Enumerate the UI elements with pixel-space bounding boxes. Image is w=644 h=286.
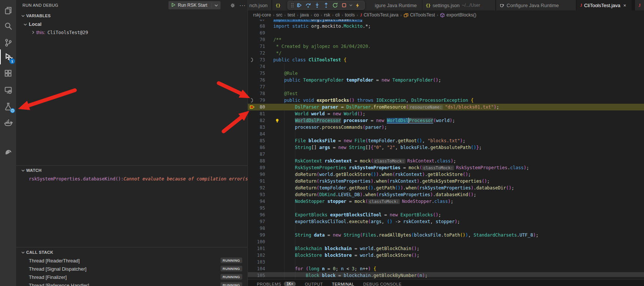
- breadcrumb-item-tools[interactable]: tools: [345, 12, 355, 18]
- breakpoint-margin[interactable]: [248, 43, 256, 50]
- breadcrumb-item-test[interactable]: test: [288, 12, 295, 18]
- code-line-98[interactable]: 98: [248, 225, 644, 232]
- breakpoint-margin[interactable]: [248, 158, 256, 164]
- variables-section-header[interactable]: VARIABLES: [16, 12, 247, 19]
- code-line-86[interactable]: 86 String[] args = new String[]{"0", "2"…: [248, 144, 644, 151]
- breakpoint-margin[interactable]: [248, 117, 256, 124]
- remote-explorer-icon[interactable]: [0, 82, 16, 97]
- start-debug-icon[interactable]: [171, 3, 176, 8]
- code-line-72[interactable]: 72 */: [248, 50, 644, 57]
- breadcrumb-item-rskj-core[interactable]: rskj-core: [253, 12, 271, 18]
- tab-clitoolstest-java[interactable]: J CliToolsTest.java ×: [577, 0, 632, 10]
- code-line-69[interactable]: 69: [248, 30, 644, 36]
- breadcrumb-item-cli[interactable]: cli: [335, 12, 340, 18]
- code-line-78[interactable]: 78 @Test: [248, 90, 644, 97]
- code-line-83[interactable]: 83 processor.processCommands(parser);: [248, 124, 644, 131]
- breakpoint-margin[interactable]: [248, 83, 256, 90]
- chevron-down-icon[interactable]: [212, 3, 221, 8]
- code-editor[interactable]: 67import static org.junit.Assert.*;68imp…: [248, 19, 644, 279]
- variable-this-row[interactable]: this: CliToolsTest@29: [16, 29, 247, 36]
- stop-icon[interactable]: [340, 1, 349, 9]
- restart-icon[interactable]: [331, 1, 340, 9]
- variables-scope-local[interactable]: Local: [16, 21, 247, 28]
- code-line-82[interactable]: 82 WorldDslProcessor processor = new Wor…: [248, 117, 644, 124]
- breakpoint-margin[interactable]: [248, 23, 256, 30]
- call-stack-thread-row[interactable]: Thread [Finalizer]RUNNING: [16, 273, 247, 281]
- breakpoint-margin[interactable]: [248, 171, 256, 178]
- code-line-94[interactable]: 94 NodeStopper stopper = mock(classToMoc…: [248, 198, 644, 205]
- panel-tab-problems[interactable]: PROBLEMS 1K+: [257, 279, 296, 286]
- breakpoint-margin[interactable]: [248, 205, 256, 212]
- breakpoint-margin[interactable]: [248, 151, 256, 158]
- breakpoint-margin[interactable]: [248, 90, 256, 97]
- call-stack-thread-row[interactable]: Thread [Reference Handler]RUNNING: [16, 282, 247, 286]
- docker-icon[interactable]: [0, 115, 16, 130]
- code-line-77[interactable]: 77: [248, 83, 644, 90]
- watch-section-header[interactable]: WATCH: [16, 167, 247, 174]
- close-icon[interactable]: ×: [623, 3, 626, 8]
- breadcrumb-item-src[interactable]: src: [276, 12, 283, 18]
- run-config-dropdown[interactable]: Run RSK Start: [168, 1, 221, 9]
- code-line-97[interactable]: 97 exportBlocksCliTool.execute(args, () …: [248, 218, 644, 225]
- step-over-icon[interactable]: [304, 1, 313, 9]
- breadcrumb-item-java[interactable]: java: [300, 12, 309, 18]
- hot-code-replace-icon[interactable]: [353, 1, 362, 9]
- breakpoint-margin[interactable]: [248, 137, 256, 144]
- code-line-90[interactable]: 90 doReturn(world.getBlockStore()).when(…: [248, 171, 644, 178]
- breakpoint-margin[interactable]: [248, 212, 256, 218]
- breakpoint-margin[interactable]: [248, 185, 256, 191]
- panel-tab-terminal[interactable]: TERMINAL: [332, 280, 354, 286]
- gradle-icon[interactable]: [0, 144, 16, 159]
- code-line-87[interactable]: 87: [248, 151, 644, 158]
- breakpoint-margin[interactable]: [248, 144, 256, 151]
- code-line-101[interactable]: 101 Blockchain blockchain = world.getBlo…: [248, 245, 644, 252]
- code-line-80[interactable]: 80 DslParser parser = DslParser.fromReso…: [248, 104, 644, 110]
- breakpoint-margin[interactable]: [248, 63, 256, 70]
- breakpoint-margin[interactable]: [248, 131, 256, 137]
- code-line-89[interactable]: 89 RskSystemProperties rskSystemProperti…: [248, 164, 644, 171]
- horizontal-scrollbar[interactable]: [248, 272, 644, 277]
- breakpoint-margin[interactable]: [248, 232, 256, 238]
- code-line-93[interactable]: 93 doReturn(DbKind.LEVEL_DB).when(rskSys…: [248, 191, 644, 198]
- code-line-96[interactable]: 96 ExportBlocks exportBlocksCliTool = ne…: [248, 212, 644, 218]
- code-line-85[interactable]: 85 File blocksFile = new File(tempFolder…: [248, 137, 644, 144]
- code-line-73[interactable]: 73public class CliToolsTest {: [248, 57, 644, 63]
- current-execution-pointer-icon[interactable]: [248, 104, 256, 110]
- breakpoint-margin[interactable]: [248, 70, 256, 77]
- breakpoint-margin[interactable]: [248, 218, 256, 225]
- code-line-74[interactable]: 74: [248, 63, 644, 70]
- code-line-95[interactable]: 95: [248, 205, 644, 212]
- code-line-104[interactable]: 104 for (long n = 0; n < 3; n++) {: [248, 265, 644, 272]
- code-line-92[interactable]: 92 doReturn(tempFolder.getRoot().getPath…: [248, 185, 644, 191]
- code-line-67[interactable]: 67import static org.junit.Assert.*;: [248, 19, 644, 23]
- search-icon[interactable]: [0, 19, 16, 34]
- source-control-icon[interactable]: [0, 35, 16, 50]
- code-line-79[interactable]: 79 public void exportBlocks() throws IOE…: [248, 97, 644, 104]
- breakpoint-margin[interactable]: [248, 50, 256, 57]
- panel-tab-debug-console[interactable]: DEBUG CONSOLE: [363, 280, 401, 286]
- explorer-icon[interactable]: [0, 3, 16, 18]
- gutter-arc-icon[interactable]: [248, 97, 256, 104]
- breakpoint-margin[interactable]: [248, 259, 256, 265]
- call-stack-thread-row[interactable]: Thread [Signal Dispatcher]RUNNING: [16, 265, 247, 273]
- code-line-102[interactable]: 102 BlockStore blockStore = world.getBlo…: [248, 252, 644, 259]
- breadcrumb-item-co[interactable]: co: [314, 12, 319, 18]
- stop-dropdown-chevron-icon[interactable]: [349, 1, 353, 9]
- breadcrumb-item-clitoolstest[interactable]: CliToolsTest: [404, 12, 435, 18]
- step-into-icon[interactable]: [313, 1, 322, 9]
- breadcrumb-item-rsk[interactable]: rsk: [324, 12, 330, 18]
- continue-icon[interactable]: [295, 1, 304, 9]
- breadcrumb-item-clitoolstest-java[interactable]: JCliToolsTest.java: [360, 12, 398, 18]
- code-line-88[interactable]: 88 RskContext rskContext = mock(classToM…: [248, 158, 644, 164]
- breadcrumb-item-exportblocks-[interactable]: exportBlocks(): [440, 12, 476, 18]
- breakpoint-margin[interactable]: [248, 191, 256, 198]
- gutter-arc-icon[interactable]: [248, 57, 256, 63]
- breakpoint-margin[interactable]: [248, 245, 256, 252]
- breakpoint-margin[interactable]: [248, 110, 256, 117]
- code-line-75[interactable]: 75 @Rule: [248, 70, 644, 77]
- more-actions-icon[interactable]: ···: [239, 2, 246, 9]
- lightbulb-icon[interactable]: [275, 118, 280, 124]
- panel-tab-output[interactable]: OUTPUT: [305, 280, 323, 286]
- breakpoint-margin[interactable]: [248, 124, 256, 131]
- code-line-91[interactable]: 91 doReturn(rskSystemProperties).when(rs…: [248, 178, 644, 185]
